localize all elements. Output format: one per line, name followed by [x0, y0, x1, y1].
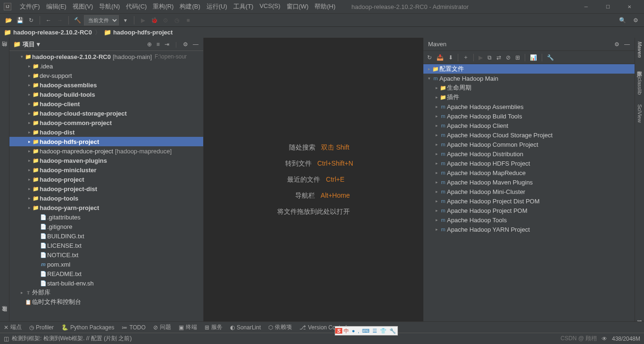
save-icon[interactable]: 💾 — [15, 16, 25, 25]
stop-icon[interactable]: ■ — [183, 16, 193, 25]
sync-icon[interactable]: ↻ — [26, 16, 36, 25]
inspection-icon[interactable]: 👁 — [602, 336, 607, 342]
project-tree[interactable]: ▾📁hadoop-release-2.10.2-RC0[hadoop-main]… — [9, 51, 203, 321]
tree-item[interactable]: ▸📁hadoop-dist — [9, 127, 203, 137]
bottom-tab-sonarlint[interactable]: ◐ SonarLint — [230, 324, 261, 331]
bottom-tab-endpoints[interactable]: ✕ 端点 — [4, 323, 22, 331]
close-button[interactable]: ✕ — [619, 0, 640, 13]
maven-item[interactable]: ▸mApache Hadoop Maven Plugins — [423, 177, 635, 187]
search-icon[interactable]: 🔍 — [618, 16, 627, 25]
maven-execute-icon[interactable]: ⧉ — [487, 54, 492, 61]
debug-icon[interactable]: 🐞 — [149, 16, 159, 25]
maven-item[interactable]: ▸mApache Hadoop Assemblies — [423, 102, 635, 111]
tree-item[interactable]: ▸📁hadoop-build-tools — [9, 90, 203, 99]
tree-item[interactable]: ▸📁hadoop-yarn-project — [9, 203, 203, 212]
bottom-tab-terminal[interactable]: ▣ 终端 — [179, 323, 197, 331]
maven-generate-icon[interactable]: 📥 — [437, 54, 444, 61]
ime-comma[interactable]: , — [356, 328, 361, 334]
maven-gear-icon[interactable]: ⚙ — [614, 41, 619, 48]
build-icon[interactable]: 🔨 — [73, 16, 82, 25]
memory-indicator[interactable]: 438/2048M — [612, 336, 640, 342]
tree-item[interactable]: 📄LICENSE.txt — [9, 241, 203, 250]
ime-toolbar[interactable]: S 中 ● , ⌨ ☰ 👕 🔧 — [335, 326, 398, 336]
bottom-tab-profiler[interactable]: ◷ Profiler — [29, 324, 54, 331]
maven-item[interactable]: ▸mApache Hadoop Project Dist POM — [423, 196, 635, 206]
tree-item[interactable]: ▸📁hadoop-minicluster — [9, 165, 203, 175]
maven-item[interactable]: ▸mApache Hadoop YARN Project — [423, 225, 635, 234]
tree-item[interactable]: 📄BUILDING.txt — [9, 231, 203, 241]
bottom-tab-dependencies[interactable]: ⬡ 依赖项 — [268, 323, 292, 331]
ime-skin-icon[interactable]: 👕 — [379, 328, 388, 334]
bottom-tab-python[interactable]: 🐍 Python Packages — [61, 324, 114, 331]
bottom-tab-problems[interactable]: ⊘ 问题 — [153, 323, 171, 331]
maven-item[interactable]: ▸📁插件 — [423, 92, 635, 102]
menu-navigate[interactable]: 导航(N) — [96, 1, 123, 12]
maven-wrench-icon[interactable]: 🔧 — [547, 54, 554, 61]
expand-icon[interactable]: ≡ — [156, 40, 161, 49]
menu-vcs[interactable]: VCS(S) — [256, 1, 283, 12]
tree-item[interactable]: ▸📁dev-support — [9, 71, 203, 80]
back-icon[interactable]: ← — [44, 16, 53, 25]
right-tab-jclasslib[interactable]: jclasslib — [637, 75, 643, 97]
breadcrumb-child[interactable]: 📁 hadoop-hdfs-project — [104, 29, 173, 36]
gear-icon[interactable]: ⚙ — [631, 16, 640, 25]
tree-item[interactable]: ▸📁hadoop-client — [9, 99, 203, 109]
hide-icon[interactable]: — — [192, 40, 199, 49]
maven-offline-icon[interactable]: ⊞ — [515, 54, 520, 61]
open-icon[interactable]: 📂 — [4, 16, 13, 25]
forward-icon[interactable]: → — [55, 16, 65, 25]
left-tab-pull-requests[interactable]: 拉取请求 — [1, 314, 8, 318]
maven-reload-icon[interactable]: ↻ — [427, 54, 432, 61]
maven-add-icon[interactable]: ＋ — [463, 53, 469, 61]
dropdown-icon[interactable]: ▾ — [121, 16, 130, 25]
tree-item[interactable]: ▸📁.idea — [9, 61, 203, 71]
ime-keyboard-icon[interactable]: ⌨ — [361, 328, 371, 334]
menu-edit[interactable]: 编辑(E) — [43, 1, 69, 12]
menu-help[interactable]: 帮助(H) — [312, 1, 338, 12]
run-icon[interactable]: ▶ — [138, 16, 148, 25]
menu-run[interactable]: 运行(U) — [204, 1, 230, 12]
project-tab[interactable]: 📁 项目 ▾ — [13, 40, 40, 49]
tree-item[interactable]: 📄NOTICE.txt — [9, 250, 203, 260]
tree-item[interactable]: ▾📁hadoop-release-2.10.2-RC0[hadoop-main]… — [9, 52, 203, 61]
run-config-select[interactable]: 当前文件 — [84, 15, 119, 25]
quick-access-icon[interactable]: ◫ — [4, 336, 9, 342]
menu-tools[interactable]: 工具(T) — [231, 1, 256, 12]
left-tab-structure[interactable]: 结构 — [1, 49, 8, 53]
tree-item[interactable]: ▸📁hadoop-maven-plugins — [9, 156, 203, 165]
maven-item[interactable]: ▸📁生命周期 — [423, 83, 635, 92]
tree-item[interactable]: 📄start-build-env.sh — [9, 278, 203, 288]
right-tab-sciview[interactable]: SciView — [637, 102, 643, 125]
ime-menu-icon[interactable]: ☰ — [371, 328, 379, 334]
collapse-icon[interactable]: ⇥ — [164, 40, 170, 49]
right-tab-notifications[interactable]: 通知 — [636, 314, 643, 318]
tree-item[interactable]: 📋临时文件和控制台 — [9, 297, 203, 307]
maven-download-icon[interactable]: ⬇ — [448, 54, 453, 61]
maven-tree[interactable]: ▸📁配置文件▾mApache Hadoop Main▸📁生命周期▸📁插件▸mAp… — [423, 64, 635, 321]
maximize-button[interactable]: ☐ — [597, 0, 619, 13]
tree-item[interactable]: ▸📁hadoop-mapreduce-project[hadoop-mapred… — [9, 146, 203, 156]
tree-item[interactable]: ▸📁hadoop-common-project — [9, 118, 203, 127]
maven-item[interactable]: ▸mApache Hadoop Tools — [423, 215, 635, 225]
maven-item[interactable]: ▸mApache Hadoop MapReduce — [423, 168, 635, 177]
tree-item[interactable]: 📄README.txt — [9, 269, 203, 278]
tree-item[interactable]: mpom.xml — [9, 260, 203, 269]
maven-item[interactable]: ▸mApache Hadoop Project POM — [423, 206, 635, 215]
maven-item[interactable]: ▸mApache Hadoop Cloud Storage Project — [423, 130, 635, 140]
settings-icon[interactable]: ⚙ — [182, 40, 189, 49]
tree-item[interactable]: ▸📁hadoop-hdfs-project — [9, 137, 203, 146]
tree-item[interactable]: 📄.gitignore — [9, 222, 203, 231]
maven-item[interactable]: ▸mApache Hadoop Distribution — [423, 149, 635, 159]
maven-run-icon[interactable]: ▶ — [479, 54, 483, 61]
tree-item[interactable]: 📄.gitattributes — [9, 212, 203, 222]
ime-dot[interactable]: ● — [350, 328, 356, 334]
profile-icon[interactable]: ◷ — [172, 16, 182, 25]
menu-refactor[interactable]: 重构(R) — [150, 1, 176, 12]
maven-hide-icon[interactable]: — — [624, 41, 630, 48]
maven-item[interactable]: ▸mApache Hadoop Common Project — [423, 140, 635, 149]
tree-item[interactable]: ▸📁hadoop-cloud-storage-project — [9, 109, 203, 118]
maven-item[interactable]: ▸📁配置文件 — [423, 64, 635, 74]
menu-file[interactable]: 文件(F) — [17, 1, 43, 12]
bottom-tab-services[interactable]: ⊞ 服务 — [205, 323, 223, 331]
maven-item[interactable]: ▾mApache Hadoop Main — [423, 74, 635, 83]
